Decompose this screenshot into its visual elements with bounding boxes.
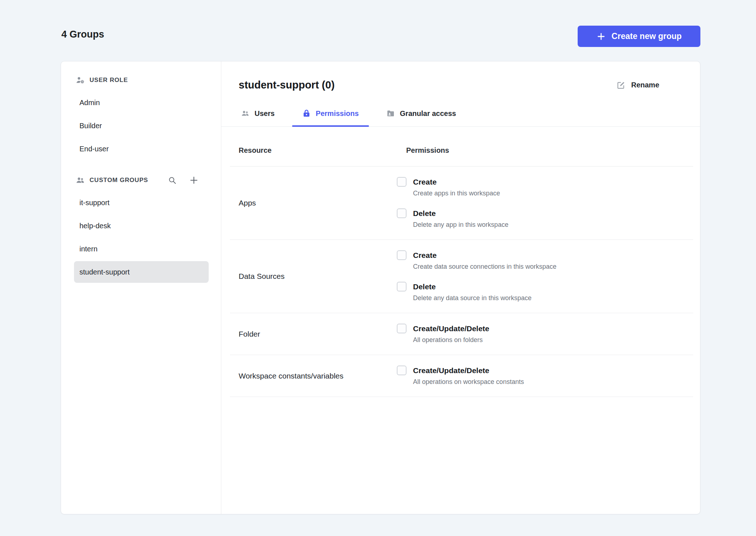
permissions-column-header: Permissions xyxy=(397,146,693,155)
resource-column-header: Resource xyxy=(230,146,397,155)
checkbox-apps-create[interactable] xyxy=(397,177,407,187)
permission-description: Create data source connections in this w… xyxy=(413,263,556,271)
permission-label: Create/Update/Delete xyxy=(413,324,489,333)
rename-button[interactable]: Rename xyxy=(616,81,659,90)
permissions-table: Resource Permissions Apps Create Create … xyxy=(230,127,693,397)
groups-card: USER ROLE Admin Builder End-user CUSTOM … xyxy=(61,61,700,514)
sidebar: USER ROLE Admin Builder End-user CUSTOM … xyxy=(61,61,221,514)
checkbox-data-sources-create[interactable] xyxy=(397,250,407,260)
create-new-group-button[interactable]: Create new group xyxy=(578,26,700,47)
checkbox-apps-delete[interactable] xyxy=(397,208,407,218)
tab-permissions-label: Permissions xyxy=(316,109,359,118)
permission-description: All operations on workspace constants xyxy=(413,378,524,386)
folder-user-icon xyxy=(386,109,395,118)
permission-description: Delete any data source in this workspace xyxy=(413,294,531,302)
permission-item: Delete Delete any data source in this wo… xyxy=(397,282,693,302)
permission-description: Delete any app in this workspace xyxy=(413,221,508,229)
create-new-group-label: Create new group xyxy=(612,31,682,41)
permission-item: Create Create apps in this workspace xyxy=(397,177,693,197)
permission-description: All operations on folders xyxy=(413,336,489,344)
resource-label: Apps xyxy=(230,177,397,229)
sidebar-item-intern[interactable]: intern xyxy=(74,238,209,260)
user-role-header: USER ROLE xyxy=(61,74,221,86)
table-row-data-sources: Data Sources Create Create data source c… xyxy=(230,240,693,313)
table-row-workspace-constants: Workspace constants/variables Create/Upd… xyxy=(230,355,693,397)
sidebar-item-admin[interactable]: Admin xyxy=(74,92,209,113)
permission-label: Create xyxy=(413,177,500,187)
user-gear-icon xyxy=(75,75,85,85)
tab-users[interactable]: Users xyxy=(239,109,285,126)
group-title: student-support (0) xyxy=(239,79,335,91)
permission-item: Create Create data source connections in… xyxy=(397,251,693,271)
permission-label: Delete xyxy=(413,209,508,218)
permission-description: Create apps in this workspace xyxy=(413,189,500,197)
table-header-row: Resource Permissions xyxy=(230,127,693,167)
permission-item: Create/Update/Delete All operations on f… xyxy=(397,324,693,344)
sidebar-item-help-desk[interactable]: help-desk xyxy=(74,215,209,237)
tab-permissions[interactable]: Permissions xyxy=(292,109,369,126)
plus-icon xyxy=(596,32,606,41)
sidebar-item-end-user[interactable]: End-user xyxy=(74,138,209,160)
table-row-apps: Apps Create Create apps in this workspac… xyxy=(230,167,693,240)
resource-label: Data Sources xyxy=(230,251,397,302)
checkbox-workspace-constants-create-update-delete[interactable] xyxy=(397,366,407,375)
tab-granular-access-label: Granular access xyxy=(400,109,456,118)
sidebar-item-student-support[interactable]: student-support xyxy=(74,261,209,283)
custom-groups-header-label: CUSTOM GROUPS xyxy=(90,177,148,184)
tab-users-label: Users xyxy=(255,109,275,118)
resource-label: Workspace constants/variables xyxy=(230,366,397,386)
permission-label: Delete xyxy=(413,282,531,291)
user-role-header-label: USER ROLE xyxy=(90,77,128,84)
page-title: 4 Groups xyxy=(61,29,104,40)
group-detail-panel: student-support (0) Rename xyxy=(221,61,700,514)
permission-item: Delete Delete any app in this workspace xyxy=(397,209,693,229)
users-icon xyxy=(241,109,249,118)
permission-item: Create/Update/Delete All operations on w… xyxy=(397,366,693,386)
group-tabs: Users Permissions xyxy=(221,91,700,127)
checkbox-data-sources-delete[interactable] xyxy=(397,282,407,291)
search-icon[interactable] xyxy=(168,176,177,185)
sidebar-item-builder[interactable]: Builder xyxy=(74,115,209,137)
lock-icon xyxy=(302,109,311,118)
resource-label: Folder xyxy=(230,324,397,344)
custom-groups-header: CUSTOM GROUPS xyxy=(61,174,221,186)
users-icon xyxy=(75,176,85,185)
permission-label: Create xyxy=(413,251,556,260)
permission-label: Create/Update/Delete xyxy=(413,366,524,375)
checkbox-folder-create-update-delete[interactable] xyxy=(397,324,407,333)
edit-pencil-icon xyxy=(616,81,626,90)
add-group-plus-icon[interactable] xyxy=(189,176,199,185)
rename-label: Rename xyxy=(631,81,659,89)
table-row-folder: Folder Create/Update/Delete All operatio… xyxy=(230,313,693,355)
tab-granular-access[interactable]: Granular access xyxy=(376,109,466,126)
sidebar-item-it-support[interactable]: it-support xyxy=(74,192,209,213)
